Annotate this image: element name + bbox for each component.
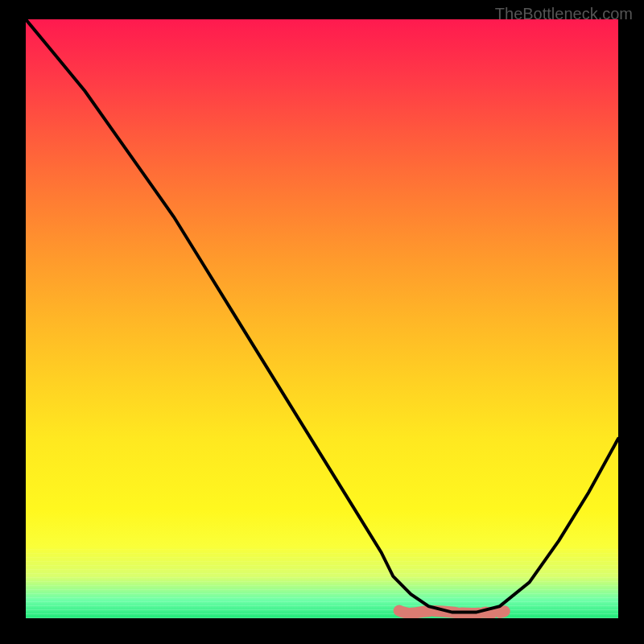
bottleneck-curve [26,19,618,613]
chart-plot-area [26,19,618,618]
watermark: TheBottleneck.com [495,5,633,23]
chart-curve-layer [26,19,618,618]
